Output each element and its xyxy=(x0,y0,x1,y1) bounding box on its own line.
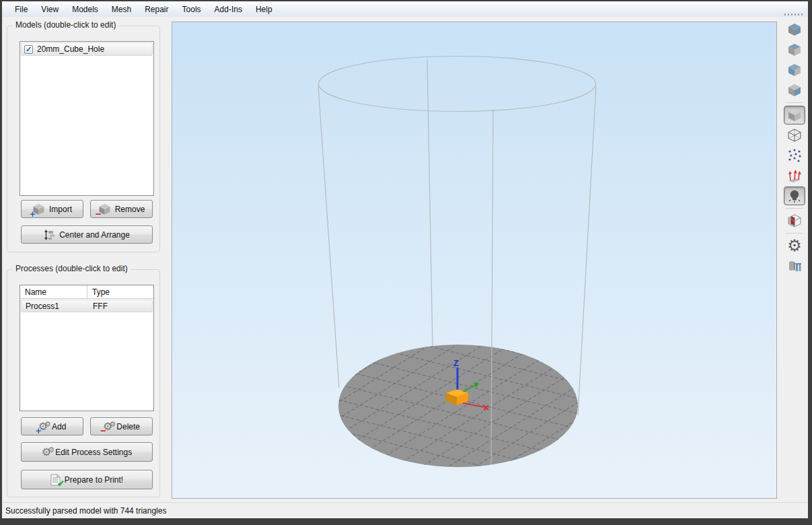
toolbar-divider xyxy=(786,208,803,209)
center-arrange-icon xyxy=(44,230,55,240)
menu-view[interactable]: View xyxy=(35,3,65,15)
window-content: File View Models Mesh Repair Tools Add-I… xyxy=(2,1,808,518)
status-message: Successfully parsed model with 744 trian… xyxy=(5,506,166,516)
side-view-button[interactable] xyxy=(784,81,805,100)
minus-icon: − xyxy=(100,426,106,435)
models-group-title: Models (double-click to edit) xyxy=(13,20,118,30)
front-view-button[interactable] xyxy=(784,61,805,79)
prepare-to-print-button[interactable]: ✔ Prepare to Print! xyxy=(21,470,153,489)
menu-repair[interactable]: Repair xyxy=(139,3,174,15)
side-view-cube-icon xyxy=(787,83,802,98)
vertices-dots-icon xyxy=(787,148,802,163)
perspective-view-button[interactable] xyxy=(784,106,805,125)
column-header-type[interactable]: Type xyxy=(87,285,153,298)
cross-section-cube-icon xyxy=(787,213,802,228)
cross-section-button[interactable] xyxy=(784,211,805,230)
minus-icon: − xyxy=(96,209,102,218)
light-bulb-icon xyxy=(787,188,802,203)
wireframe-view-button[interactable] xyxy=(784,126,805,145)
process-table[interactable]: Name Type Process1 FFF xyxy=(20,285,154,411)
prepare-to-print-label: Prepare to Print! xyxy=(65,475,123,485)
delete-button-label: Delete xyxy=(116,422,140,431)
add-button-label: Add xyxy=(52,422,66,431)
menu-addins[interactable]: Add-Ins xyxy=(209,3,248,15)
view-toolbar: ⚙ xyxy=(781,11,808,499)
z-axis-label: Z xyxy=(453,358,459,368)
machine-settings-button[interactable]: ⚙ xyxy=(784,236,805,255)
edit-process-settings-label: Edit Process Settings xyxy=(55,448,132,457)
remove-cube-icon: − xyxy=(98,203,111,215)
remove-button-label: Remove xyxy=(115,205,145,214)
column-header-name[interactable]: Name xyxy=(20,285,87,298)
toolbar-divider xyxy=(786,102,803,103)
app-window: File View Models Mesh Repair Tools Add-I… xyxy=(0,0,812,525)
edit-process-settings-button[interactable]: ⚙ ⚙ Edit Process Settings xyxy=(21,442,153,462)
menu-file[interactable]: File xyxy=(9,3,34,15)
front-view-cube-icon xyxy=(787,63,802,77)
print-document-icon: ✔ xyxy=(50,474,61,486)
model-list-item[interactable]: ✓ 20mm_Cube_Hole xyxy=(21,42,153,56)
models-group: Models (double-click to edit) ✓ 20mm_Cub… xyxy=(7,26,160,252)
toolbar-grip[interactable] xyxy=(784,13,805,15)
import-button-label: Import xyxy=(49,205,72,214)
process-table-header: Name Type xyxy=(20,285,153,299)
menu-tools[interactable]: Tools xyxy=(176,3,207,15)
center-arrange-label: Center and Arrange xyxy=(59,230,130,240)
process-name-cell: Process1 xyxy=(22,300,88,312)
wireframe-cube-icon xyxy=(787,128,802,143)
menu-models[interactable]: Models xyxy=(66,3,104,15)
delete-gear-icon: ⚙ ⚙ − xyxy=(103,421,112,432)
vertices-view-button[interactable] xyxy=(784,146,805,165)
viewport-3d[interactable]: Z xyxy=(172,22,777,499)
lighting-toggle-button[interactable] xyxy=(784,186,805,205)
default-view-cube-icon xyxy=(787,22,802,37)
add-process-button[interactable]: ⚙ ⚙ + Add xyxy=(21,417,83,435)
delete-process-button[interactable]: ⚙ ⚙ − Delete xyxy=(90,417,153,435)
processes-group-title: Processes (double-click to edit) xyxy=(13,264,131,273)
menu-mesh[interactable]: Mesh xyxy=(106,3,137,15)
center-and-arrange-button[interactable]: Center and Arrange xyxy=(21,225,153,244)
import-cube-icon: + xyxy=(32,203,45,215)
gears-icon: ⚙ ⚙ xyxy=(42,447,51,458)
plus-icon: + xyxy=(36,426,42,435)
perspective-cube-icon xyxy=(787,108,802,123)
menu-help[interactable]: Help xyxy=(250,3,279,15)
top-view-cube-icon xyxy=(787,42,802,57)
plus-icon: + xyxy=(30,209,36,218)
supports-icon xyxy=(787,258,802,273)
processes-group: Processes (double-click to edit) Name Ty… xyxy=(7,269,160,497)
add-gear-icon: ⚙ ⚙ + xyxy=(38,421,48,432)
remove-button[interactable]: − Remove xyxy=(90,200,153,218)
status-bar: Successfully parsed model with 744 trian… xyxy=(2,502,808,518)
model-visibility-checkbox[interactable]: ✓ xyxy=(24,45,33,54)
top-view-button[interactable] xyxy=(784,40,805,59)
normals-arrows-icon xyxy=(787,168,802,183)
default-view-button[interactable] xyxy=(784,20,805,39)
supports-button[interactable] xyxy=(784,256,805,275)
model-list[interactable]: ✓ 20mm_Cube_Hole xyxy=(20,41,154,196)
process-type-cell: FFF xyxy=(88,300,152,312)
model-name-label: 20mm_Cube_Hole xyxy=(37,44,104,54)
menu-bar: File View Models Mesh Repair Tools Add-I… xyxy=(2,1,808,17)
import-button[interactable]: + Import xyxy=(21,200,83,218)
toolbar-divider xyxy=(786,233,803,234)
check-icon: ✔ xyxy=(57,480,65,488)
process-row[interactable]: Process1 FFF xyxy=(21,300,153,312)
gear-icon: ⚙ xyxy=(787,238,802,254)
normals-view-button[interactable] xyxy=(784,166,805,185)
